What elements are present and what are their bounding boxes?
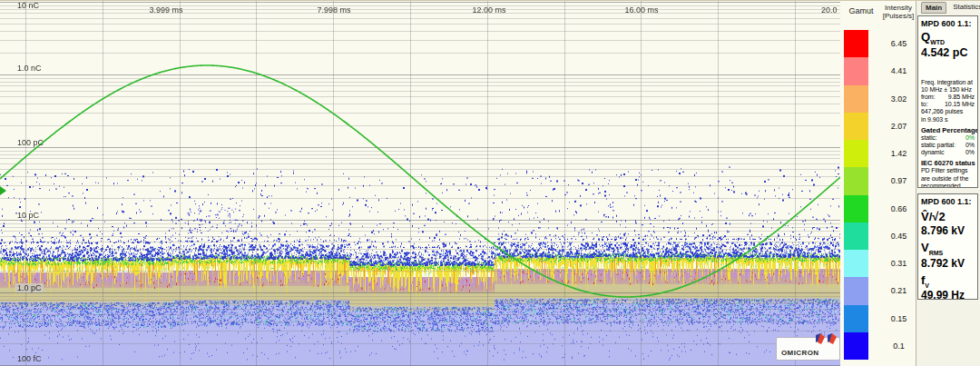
results-tab-bar: Main Statistics [921, 2, 980, 14]
y-axis-tick-label: 100 pC [17, 138, 44, 147]
qwtd-value: 4.542 pC [921, 46, 975, 59]
gamut-color-segment [844, 140, 868, 167]
intensity-scale-value: 2.07 [882, 113, 916, 140]
intensity-scale-value: 4.41 [882, 57, 916, 84]
intensity-scale-value: 0.21 [882, 277, 916, 304]
freq-integration-block: Freq. integration at 10 MHz ± 150 kHz fr… [921, 79, 975, 124]
iec-status-title: IEC 60270 status [921, 159, 975, 167]
intensity-scale-values: 6.454.413.022.071.420.970.660.450.310.21… [882, 30, 916, 360]
tab-main[interactable]: Main [921, 2, 946, 14]
gamut-color-segment [844, 250, 868, 277]
gamut-color-segment [844, 57, 868, 84]
omicron-logo-text: OMICRON [781, 349, 818, 357]
voltage-quantity-value: 8.792 kV [921, 257, 975, 270]
x-axis-tick-label: 7.998 ms [317, 5, 350, 15]
qwtd-result-panel: MPD 600 1.1: QWTD 4.542 pC Freq. integra… [917, 15, 978, 188]
acquisition-duration: in 9.903 s [921, 116, 975, 124]
gamut-color-segment [844, 277, 868, 304]
x-axis-tick-label: 16.00 ms [624, 5, 658, 15]
omicron-logo-icon [815, 331, 838, 345]
omicron-logo: OMICRON [776, 337, 840, 361]
gamut-color-segment [844, 167, 868, 194]
gamut-color-bar [844, 30, 868, 360]
voltage-quantity-value: 49.99 Hz [921, 289, 975, 300]
gamut-color-segment [844, 305, 868, 332]
freq-to-row: to:10.15 MHz [921, 101, 975, 108]
gamut-legend-column: Gamut [840, 0, 882, 366]
gamut-color-segment [844, 30, 868, 57]
gated-percentage-rows: static:0%static partial:0%dynamic0% [921, 134, 975, 157]
y-axis-tick-label: 1.0 pC [15, 283, 44, 292]
intensity-scale-value: 0.31 [882, 250, 916, 277]
intensity-scale-column: Intensity [Pulses/s] 6.454.413.022.071.4… [882, 0, 916, 366]
y-axis-tick-label: 100 fC [17, 354, 42, 363]
pulse-count: 647,266 pulses [921, 108, 975, 115]
y-axis-tick-label: 10 nC [17, 1, 39, 10]
voltage-result-row: V̂/√28.796 kV [921, 210, 975, 237]
x-axis-tick-label: 3.999 ms [149, 5, 182, 15]
voltage-quantity-symbol: V̂/√2 [921, 210, 975, 223]
panel2-device-title: MPD 600 1.1: [921, 197, 975, 206]
results-pane: Main Statistics MPD 600 1.1: QWTD 4.542 … [916, 0, 980, 366]
prpd-plot-area[interactable]: 3.999 ms7.998 ms12.00 ms16.00 ms20.0 10 … [0, 0, 840, 366]
x-axis-tick-label: 20.0 [821, 5, 838, 15]
gamut-color-segment [844, 113, 868, 140]
voltage-quantity-value: 8.796 kV [921, 224, 975, 237]
mpd600-measurement-window: 3.999 ms7.998 ms12.00 ms16.00 ms20.0 10 … [0, 0, 980, 366]
gamut-color-segment [844, 85, 868, 113]
voltage-result-row: fV49.99 Hz [921, 273, 975, 300]
gated-percentage-row: dynamic0% [921, 149, 975, 156]
voltage-result-panel: MPD 600 1.1: V̂/√28.796 kVVRMS8.792 kVfV… [917, 193, 978, 300]
voltage-result-row: VRMS8.792 kV [921, 241, 975, 270]
freq-line2: 10 MHz ± 150 kHz [921, 86, 975, 94]
iec-status-text: PD Filter settings are outside of the re… [921, 167, 975, 188]
tab-statistics[interactable]: Statistics [949, 2, 980, 14]
intensity-scale-value: 6.45 [882, 30, 916, 57]
y-axis-tick-label: 10 pC [17, 211, 39, 220]
x-axis-tick-label: 12.00 ms [472, 5, 505, 15]
window-top-border [0, 0, 980, 1]
gamut-legend-title: Gamut [840, 6, 882, 15]
intensity-scale-value: 0.45 [882, 223, 916, 250]
gamut-color-segment [844, 223, 868, 250]
gated-percentage-row: static:0% [921, 134, 975, 142]
intensity-scale-value: 3.02 [882, 85, 916, 113]
panel1-device-title: MPD 600 1.1: [921, 19, 975, 28]
voltage-rows: V̂/√28.796 kVVRMS8.792 kVfV49.99 Hz [921, 210, 975, 300]
intensity-title-line1: Intensity [878, 4, 918, 12]
gated-percentage-title: Gated Percentage [921, 126, 975, 134]
voltage-quantity-symbol: fV [921, 273, 975, 289]
gated-percentage-row: static partial:0% [921, 142, 975, 149]
intensity-axis-title: Intensity [Pulses/s] [878, 4, 918, 20]
intensity-title-line2: [Pulses/s] [878, 12, 918, 20]
gamut-color-segment [844, 332, 868, 360]
freq-line1: Freq. integration at [921, 79, 975, 86]
intensity-scale-value: 1.42 [882, 140, 916, 167]
intensity-scale-value: 0.1 [882, 332, 916, 360]
gamut-color-segment [844, 195, 868, 223]
pd-heatmap-canvas[interactable] [0, 0, 840, 366]
voltage-quantity-symbol: VRMS [921, 241, 975, 256]
intensity-scale-value: 0.66 [882, 195, 916, 223]
y-axis-tick-label: 1.0 nC [17, 64, 42, 73]
intensity-scale-value: 0.15 [882, 305, 916, 332]
freq-from-row: from:9.85 MHz [921, 94, 975, 101]
intensity-scale-value: 0.97 [882, 167, 916, 194]
qwtd-symbol: QWTD [921, 30, 975, 45]
voltage-zero-marker-icon [0, 186, 6, 195]
